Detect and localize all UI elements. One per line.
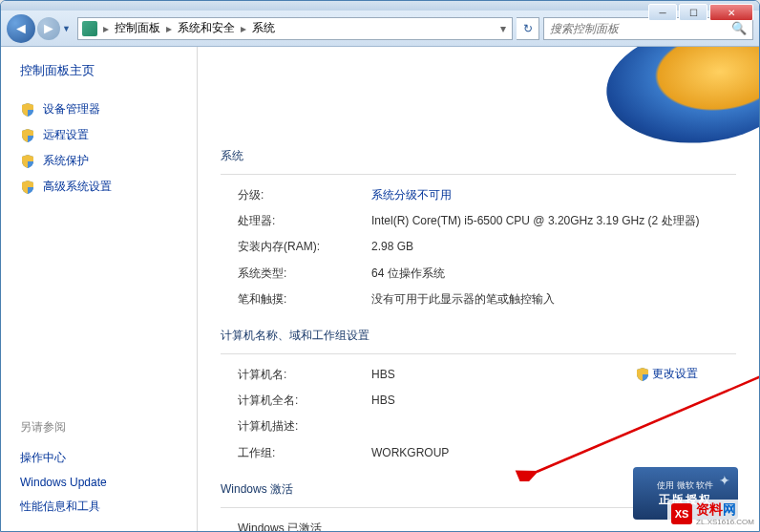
system-properties-window: ─ ☐ ✕ ◄ ► ▼ ▸ 控制面板 ▸ 系统和安全 ▸ 系统 ▾ ↻ 🔍 xyxy=(0,0,760,532)
breadcrumb-item[interactable]: 系统和安全 xyxy=(174,20,239,36)
sidebar-link-protection[interactable]: 系统保护 xyxy=(20,148,187,174)
window-controls: ─ ☐ ✕ xyxy=(648,4,753,21)
see-also-performance[interactable]: 性能信息和工具 xyxy=(20,494,107,520)
maximize-button[interactable]: ☐ xyxy=(679,4,707,21)
refresh-icon: ↻ xyxy=(523,22,533,35)
info-label: 计算机全名: xyxy=(238,392,371,410)
shield-icon xyxy=(20,102,35,117)
info-label: 分级: xyxy=(238,186,371,204)
info-label: 计算机名: xyxy=(238,366,371,384)
sidebar-link-remote[interactable]: 远程设置 xyxy=(20,122,187,148)
info-row-ram: 安装内存(RAM): 2.98 GB xyxy=(221,234,736,260)
info-label: 系统类型: xyxy=(238,265,371,283)
info-row-processor: 处理器: Intel(R) Core(TM) i5-6500 CPU @ 3.2… xyxy=(221,208,736,234)
shield-icon xyxy=(20,180,35,195)
control-panel-icon xyxy=(82,21,97,36)
info-label: 处理器: xyxy=(238,212,371,230)
watermark: XS 资料网 ZL.XS1616.COM xyxy=(667,500,758,528)
sidebar-link-label: 系统保护 xyxy=(43,153,89,169)
content-area: 系统 分级: 系统分级不可用 处理器: Intel(R) Core(TM) i5… xyxy=(198,47,759,532)
info-row-computer-desc: 计算机描述: xyxy=(221,414,736,439)
info-value: 2.98 GB xyxy=(371,238,736,256)
close-button[interactable]: ✕ xyxy=(709,4,753,21)
breadcrumb-item[interactable]: 系统 xyxy=(248,20,279,36)
shield-icon xyxy=(20,128,35,143)
rating-link[interactable]: 系统分级不可用 xyxy=(371,186,736,204)
info-value: 没有可用于此显示器的笔或触控输入 xyxy=(371,290,736,309)
nav-forward-button[interactable]: ► xyxy=(37,17,60,40)
info-value xyxy=(371,417,736,436)
info-label: 笔和触摸: xyxy=(238,290,371,309)
shield-icon xyxy=(635,367,648,380)
navigation-bar: ◄ ► ▼ ▸ 控制面板 ▸ 系统和安全 ▸ 系统 ▾ ↻ 🔍 xyxy=(1,11,759,47)
info-label: 工作组: xyxy=(238,444,371,462)
info-row-pen: 笔和触摸: 没有可用于此显示器的笔或触控输入 xyxy=(221,287,736,312)
sparkle-icon: ✦ xyxy=(719,473,730,488)
genuine-line1: 使用 微软 软件 xyxy=(657,479,713,492)
breadcrumb-separator: ▸ xyxy=(101,22,111,35)
info-label: 安装内存(RAM): xyxy=(238,238,371,256)
sidebar-home-link[interactable]: 控制面板主页 xyxy=(20,62,187,79)
sidebar-link-advanced[interactable]: 高级系统设置 xyxy=(20,174,187,200)
breadcrumb-dropdown[interactable]: ▾ xyxy=(498,22,508,35)
activation-status: Windows 已激活 xyxy=(238,520,736,532)
sidebar-link-label: 设备管理器 xyxy=(43,101,100,117)
watermark-text: 资料网 ZL.XS1616.COM xyxy=(696,501,754,526)
sidebar-link-label: 远程设置 xyxy=(43,127,89,143)
section-title-computer: 计算机名称、域和工作组设置 xyxy=(221,312,736,354)
watermark-logo: XS xyxy=(671,503,692,524)
nav-history-dropdown[interactable]: ▼ xyxy=(62,24,74,33)
info-row-computer-fullname: 计算机全名: HBS xyxy=(221,388,736,414)
see-also-section: 另请参阅 操作中心 Windows Update 性能信息和工具 xyxy=(20,419,107,520)
shield-icon xyxy=(20,154,35,169)
minimize-button[interactable]: ─ xyxy=(648,4,677,21)
info-label: 计算机描述: xyxy=(238,417,371,436)
main-area: 控制面板主页 设备管理器 远程设置 系统保护 xyxy=(1,47,759,532)
breadcrumb[interactable]: ▸ 控制面板 ▸ 系统和安全 ▸ 系统 ▾ xyxy=(77,17,513,40)
info-row-type: 系统类型: 64 位操作系统 xyxy=(221,261,736,287)
search-input[interactable] xyxy=(550,22,731,35)
breadcrumb-item[interactable]: 控制面板 xyxy=(111,20,164,36)
info-value: 64 位操作系统 xyxy=(371,265,736,283)
info-value: Intel(R) Core(TM) i5-6500 CPU @ 3.20GHz … xyxy=(371,212,736,230)
info-row-workgroup: 工作组: WORKGROUP xyxy=(221,440,736,466)
titlebar: ─ ☐ ✕ xyxy=(1,1,759,11)
sidebar-link-label: 高级系统设置 xyxy=(43,179,112,195)
arrow-right-icon: ► xyxy=(41,20,56,37)
nav-back-button[interactable]: ◄ xyxy=(7,14,35,43)
refresh-button[interactable]: ↻ xyxy=(517,17,539,40)
search-icon[interactable]: 🔍 xyxy=(731,21,747,35)
sidebar-link-device-manager[interactable]: 设备管理器 xyxy=(20,96,187,122)
change-settings-link[interactable]: 更改设置 xyxy=(635,366,698,382)
info-row-rating: 分级: 系统分级不可用 xyxy=(221,182,736,208)
breadcrumb-separator: ▸ xyxy=(239,22,248,35)
arrow-left-icon: ◄ xyxy=(13,20,29,37)
breadcrumb-separator: ▸ xyxy=(164,22,174,35)
see-also-action-center[interactable]: 操作中心 xyxy=(20,445,107,471)
see-also-title: 另请参阅 xyxy=(20,419,107,436)
change-settings-label: 更改设置 xyxy=(652,366,698,382)
sidebar: 控制面板主页 设备管理器 远程设置 系统保护 xyxy=(1,47,197,532)
info-value: WORKGROUP xyxy=(371,444,736,462)
see-also-windows-update[interactable]: Windows Update xyxy=(20,471,107,494)
info-value: HBS xyxy=(371,392,736,410)
